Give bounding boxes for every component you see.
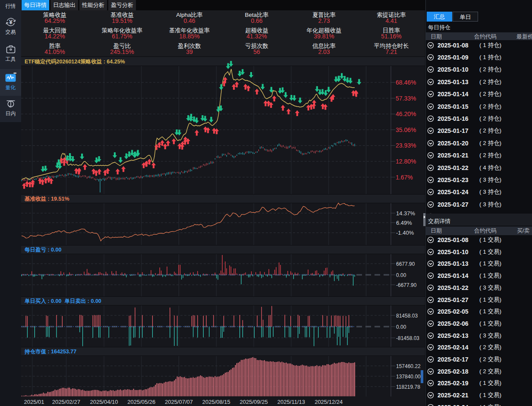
svg-text:-6677.90: -6677.90 (396, 282, 417, 288)
svg-text:-1.40%: -1.40% (396, 230, 414, 236)
svg-text:基准收益 : 19.51%: 基准收益 : 19.51% (24, 196, 69, 202)
svg-text:68.46%: 68.46% (396, 79, 416, 86)
svg-text:每日盈亏 : 0.00: 每日盈亏 : 0.00 (24, 247, 61, 253)
svg-text:0.00: 0.00 (396, 324, 406, 330)
svg-text:单日买入 : 0.00 单日卖出 : 0.00: 单日买入 : 0.00 单日卖出 : 0.00 (24, 298, 101, 304)
svg-text:ETF稳定代码20260124策略收益 : 64.25%: ETF稳定代码20260124策略收益 : 64.25% (25, 59, 125, 65)
svg-text:0.00: 0.00 (396, 272, 406, 278)
svg-text:137840.00: 137840.00 (396, 374, 421, 380)
svg-text:57.33%: 57.33% (396, 95, 416, 102)
svg-text:6.49%: 6.49% (396, 220, 412, 226)
svg-text:81458.03: 81458.03 (396, 313, 418, 319)
svg-text:-81458.03: -81458.03 (396, 335, 419, 341)
svg-text:¥: ¥ (9, 19, 12, 25)
svg-text:2025/09/25: 2025/09/25 (240, 399, 268, 405)
svg-text:2025/12/24: 2025/12/24 (315, 399, 343, 405)
svg-text:2025/07/07: 2025/07/07 (165, 399, 193, 405)
svg-text:6677.90: 6677.90 (396, 261, 415, 267)
svg-text:2025/11/13: 2025/11/13 (277, 399, 305, 405)
svg-text:157460.22: 157460.22 (396, 363, 421, 369)
svg-text:2025/02/27: 2025/02/27 (52, 399, 80, 405)
svg-text:2025/05/26: 2025/05/26 (127, 399, 155, 405)
svg-text:2025/04/10: 2025/04/10 (90, 399, 118, 405)
svg-text:23.93%: 23.93% (396, 142, 416, 149)
svg-text:12.80%: 12.80% (396, 158, 416, 165)
svg-text:46.20%: 46.20% (396, 110, 416, 117)
svg-text:118219.78: 118219.78 (396, 384, 420, 390)
svg-text:2025/01: 2025/01 (24, 399, 44, 405)
svg-text:35.06%: 35.06% (396, 126, 416, 133)
svg-text:14.37%: 14.37% (396, 210, 416, 217)
svg-text:持仓市值 : 164253.77: 持仓市值 : 164253.77 (24, 349, 76, 355)
svg-text:2025/08/15: 2025/08/15 (202, 399, 230, 405)
svg-text:1.67%: 1.67% (396, 174, 413, 181)
